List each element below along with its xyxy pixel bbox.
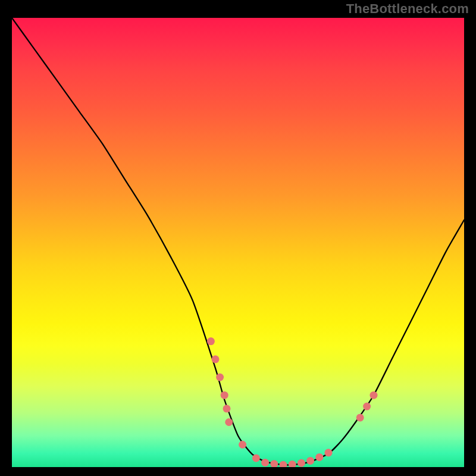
data-marker: [289, 461, 296, 467]
watermark-text: TheBottleneck.com: [346, 1, 469, 17]
data-marker: [212, 355, 220, 363]
data-marker: [221, 392, 228, 399]
data-marker: [216, 374, 224, 381]
marker-group: [207, 337, 378, 467]
data-marker: [225, 418, 233, 426]
data-marker: [239, 441, 246, 449]
data-marker: [207, 337, 215, 345]
data-marker: [315, 453, 323, 461]
chart-svg: [12, 18, 464, 467]
data-marker: [370, 392, 378, 399]
data-marker: [252, 454, 260, 462]
data-marker: [298, 459, 305, 467]
data-marker: [270, 460, 278, 467]
plot-area: [12, 18, 464, 467]
data-marker: [363, 403, 371, 411]
data-marker: [306, 457, 314, 465]
data-marker: [280, 461, 287, 467]
data-marker: [261, 459, 269, 466]
data-marker: [325, 449, 333, 456]
data-marker: [223, 405, 231, 412]
curve-line: [12, 18, 464, 465]
data-marker: [356, 414, 364, 421]
chart-container: TheBottleneck.com: [0, 0, 476, 476]
